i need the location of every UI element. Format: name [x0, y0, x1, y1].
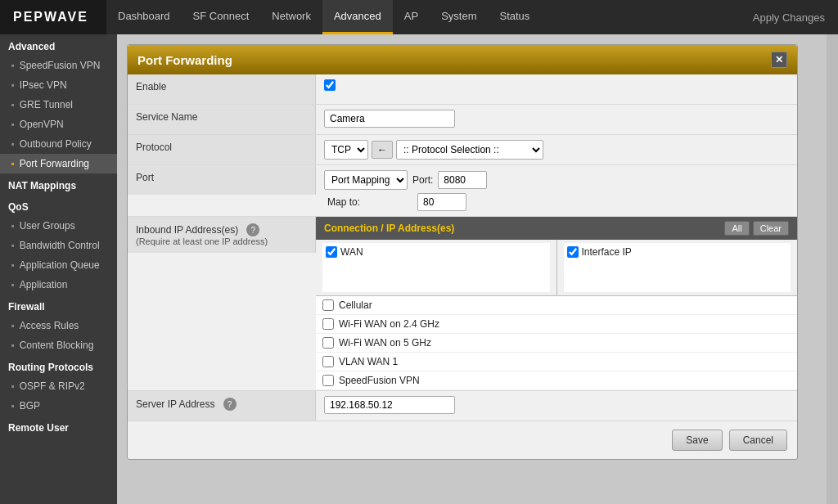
ip-col-wan: WAN	[316, 240, 557, 295]
ip-all-button[interactable]: All	[724, 221, 749, 236]
protocol-label: Protocol	[128, 135, 316, 164]
ip-top-section: WAN Interface IP	[316, 240, 797, 296]
server-ip-row: Server IP Address ?	[128, 391, 797, 421]
nav-status[interactable]: Status	[488, 0, 541, 34]
port-mapping-select[interactable]: Port Mapping	[324, 170, 408, 190]
nav-network[interactable]: Network	[260, 0, 322, 34]
enable-label: Enable	[128, 74, 316, 104]
enable-row: Enable	[128, 74, 797, 105]
sidebar-section-remote-user: Remote User	[0, 416, 117, 437]
nav-dashboard[interactable]: Dashboard	[106, 0, 182, 34]
protocol-selection-select[interactable]: :: Protocol Selection ::	[396, 140, 543, 160]
sidebar-item-user-groups[interactable]: User Groups	[0, 216, 117, 236]
interface-ip-checkbox[interactable]	[567, 246, 579, 258]
checklist-cellular: Cellular	[316, 296, 797, 315]
checklist-wifi24: Wi-Fi WAN on 2.4 GHz	[316, 315, 797, 334]
sidebar-section-nat: NAT Mappings	[0, 173, 117, 195]
cellular-checkbox[interactable]	[322, 299, 334, 311]
vlan-checkbox[interactable]	[322, 356, 334, 367]
action-row: Save Cancel	[128, 421, 797, 459]
sidebar-item-ospf[interactable]: OSPF & RIPv2	[0, 376, 117, 396]
port-input[interactable]	[438, 171, 487, 189]
map-to-input[interactable]	[417, 193, 466, 211]
sidebar-item-openvpn[interactable]: OpenVPN	[0, 115, 117, 134]
apply-changes-button[interactable]: Apply Changes	[740, 0, 838, 34]
service-name-field	[316, 105, 797, 133]
logo: PEPWAVE	[0, 0, 106, 34]
wan-item: WAN	[326, 246, 547, 258]
protocol-field: TCP ← :: Protocol Selection ::	[316, 135, 797, 164]
wan-checkbox[interactable]	[326, 246, 337, 258]
sidebar-section-routing: Routing Protocols	[0, 355, 117, 376]
interface-ip-item: Interface IP	[567, 246, 788, 258]
interface-ip-label: Interface IP	[582, 246, 632, 258]
wifi24-checkbox[interactable]	[322, 318, 334, 330]
enable-field	[316, 74, 797, 96]
wifi5-label: Wi-Fi WAN on 5 GHz	[339, 337, 431, 349]
speedfusion-checkbox[interactable]	[322, 375, 334, 386]
protocol-select[interactable]: TCP	[324, 140, 368, 160]
inbound-ip-row: Inbound IP Address(es) ? (Require at lea…	[128, 217, 797, 391]
wan-label: WAN	[340, 246, 363, 258]
wan-box: WAN	[322, 243, 550, 292]
checklist-items: Cellular Wi-Fi WAN on 2.4 GHz Wi-Fi WAN …	[316, 296, 797, 390]
nav-sfconnect[interactable]: SF Connect	[182, 0, 261, 34]
protocol-row: Protocol TCP ← :: Protocol Selection ::	[128, 135, 797, 165]
save-button[interactable]: Save	[672, 430, 722, 451]
sidebar-item-bandwidth-control[interactable]: Bandwidth Control	[0, 236, 117, 255]
nav-ap[interactable]: AP	[393, 0, 430, 34]
content-area: Port Forwarding ✕ Enable	[117, 34, 827, 504]
main-layout: Advanced SpeedFusion VPN IPsec VPN GRE T…	[0, 34, 838, 504]
port-forwarding-dialog: Port Forwarding ✕ Enable	[127, 44, 798, 460]
server-ip-input[interactable]	[324, 396, 455, 414]
top-nav: PEPWAVE Dashboard SF Connect Network Adv…	[0, 0, 838, 34]
sidebar-item-port-forwarding[interactable]: Port Forwarding	[0, 154, 117, 173]
service-name-row: Service Name	[128, 105, 797, 135]
server-ip-help-icon[interactable]: ?	[223, 398, 237, 411]
sidebar-item-ipsec-vpn[interactable]: IPsec VPN	[0, 75, 117, 95]
vlan-label: VLAN WAN 1	[339, 356, 398, 367]
port-row: Port Port Mapping Port:	[128, 165, 797, 217]
sidebar-item-application[interactable]: Application	[0, 275, 117, 295]
protocol-arrow-button[interactable]: ←	[372, 141, 393, 159]
sidebar-item-access-rules[interactable]: Access Rules	[0, 316, 117, 335]
ip-table-header: Connection / IP Address(es) All Clear	[316, 217, 797, 240]
sidebar-section-firewall: Firewall	[0, 295, 117, 316]
nav-system[interactable]: System	[430, 0, 488, 34]
sidebar: Advanced SpeedFusion VPN IPsec VPN GRE T…	[0, 34, 117, 504]
sidebar-section-qos: QoS	[0, 195, 117, 216]
port-field: Port Mapping Port: Map to:	[316, 165, 797, 216]
sidebar-item-content-blocking[interactable]: Content Blocking	[0, 335, 117, 355]
sidebar-item-outbound-policy[interactable]: Outbound Policy	[0, 134, 117, 154]
cellular-label: Cellular	[339, 299, 372, 311]
dialog-title: Port Forwarding	[137, 53, 232, 67]
server-ip-field	[316, 391, 797, 419]
wifi5-checkbox[interactable]	[322, 337, 334, 349]
sidebar-item-speedfusion-vpn[interactable]: SpeedFusion VPN	[0, 56, 117, 75]
dialog-close-button[interactable]: ✕	[771, 52, 787, 68]
checklist-speedfusion: SpeedFusion VPN	[316, 371, 797, 390]
service-name-label: Service Name	[128, 105, 316, 134]
ip-col-interface: Interface IP	[557, 240, 798, 295]
server-ip-label: Server IP Address ?	[128, 391, 316, 421]
sidebar-item-application-queue[interactable]: Application Queue	[0, 255, 117, 275]
cancel-button[interactable]: Cancel	[729, 430, 787, 451]
port-label: Port	[128, 165, 316, 195]
sidebar-item-gre-tunnel[interactable]: GRE Tunnel	[0, 95, 117, 115]
ip-table-title: Connection / IP Address(es)	[324, 223, 721, 234]
nav-advanced[interactable]: Advanced	[322, 0, 393, 34]
checklist-wifi5: Wi-Fi WAN on 5 GHz	[316, 334, 797, 353]
interface-ip-box: Interface IP	[564, 243, 791, 292]
wifi24-label: Wi-Fi WAN on 2.4 GHz	[339, 318, 439, 330]
speedfusion-label: SpeedFusion VPN	[339, 375, 420, 386]
nav-items: Dashboard SF Connect Network Advanced AP…	[106, 0, 740, 34]
scrollbar-track	[827, 34, 838, 504]
inbound-help-icon[interactable]: ?	[246, 223, 259, 236]
ip-clear-button[interactable]: Clear	[753, 221, 789, 236]
inbound-ip-label: Inbound IP Address(es) ? (Require at lea…	[128, 217, 316, 253]
sidebar-item-bgp[interactable]: BGP	[0, 396, 117, 416]
checklist-vlan: VLAN WAN 1	[316, 353, 797, 371]
enable-checkbox[interactable]	[324, 79, 336, 91]
service-name-input[interactable]	[324, 110, 455, 128]
port-text-label: Port:	[412, 174, 433, 186]
